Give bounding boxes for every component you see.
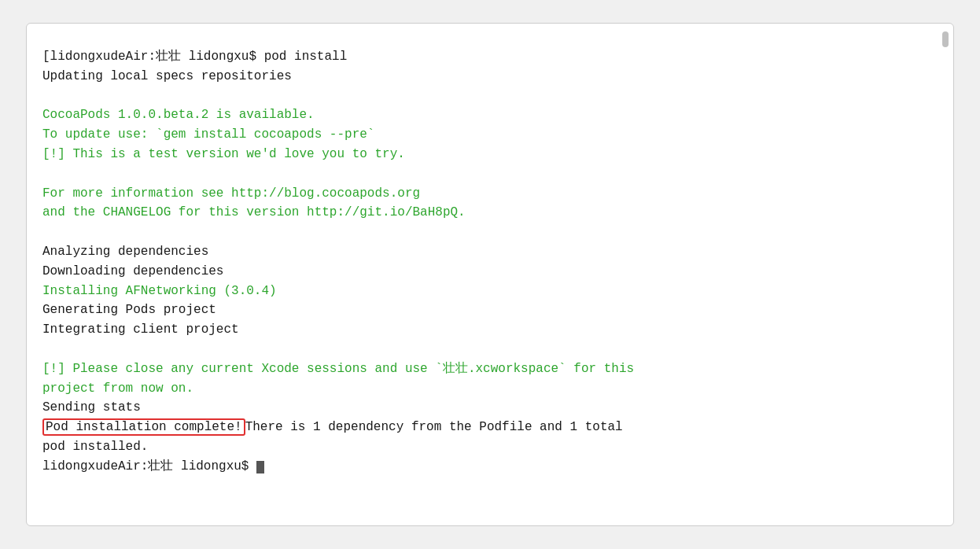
terminal-content: [lidongxudeAir:壮壮 lidongxu$ pod install … <box>42 47 922 477</box>
terminal-line-18: lidongxudeAir:壮壮 lidongxu$ <box>42 457 922 477</box>
terminal-line-6: For more information see http://blog.coc… <box>42 184 922 204</box>
terminal-line-5: [!] This is a test version we'd love you… <box>42 145 922 164</box>
terminal-line-11: Generating Pods project <box>42 300 922 320</box>
terminal-line-16: Pod installation complete!There is 1 dep… <box>42 418 922 437</box>
pod-installation-complete-highlight: Pod installation complete! <box>42 418 245 436</box>
terminal-window: [lidongxudeAir:壮壮 lidongxu$ pod install … <box>26 23 954 526</box>
terminal-blank-3 <box>42 223 922 242</box>
terminal-line-17: pod installed. <box>42 437 922 457</box>
terminal-cursor <box>256 461 264 473</box>
terminal-line-7: and the CHANGELOG for this version http:… <box>42 203 922 223</box>
terminal-line-3: CocoaPods 1.0.0.beta.2 is available. <box>42 105 922 125</box>
scroll-indicator <box>942 31 949 47</box>
terminal-line-9: Downloading dependencies <box>42 262 922 282</box>
terminal-blank-2 <box>42 164 922 184</box>
terminal-line-12: Integrating client project <box>42 320 922 340</box>
terminal-line-8: Analyzing dependencies <box>42 242 922 262</box>
terminal-blank-4 <box>42 340 922 359</box>
terminal-line-4: To update use: `gem install cocoapods --… <box>42 125 922 145</box>
terminal-line-2: Updating local specs repositories <box>42 67 922 87</box>
terminal-line-1: [lidongxudeAir:壮壮 lidongxu$ pod install <box>42 47 922 67</box>
terminal-blank-1 <box>42 87 922 106</box>
terminal-line-14: project from now on. <box>42 379 922 399</box>
terminal-line-10: Installing AFNetworking (3.0.4) <box>42 282 922 301</box>
terminal-line-15: Sending stats <box>42 398 922 418</box>
terminal-line-13: [!] Please close any current Xcode sessi… <box>42 359 922 379</box>
